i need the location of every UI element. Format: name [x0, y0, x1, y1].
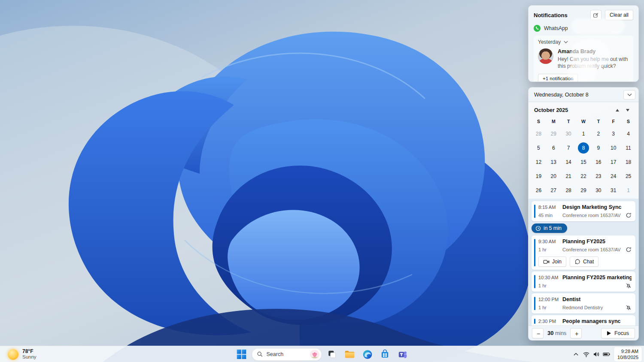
edge-browser-button[interactable] — [360, 347, 375, 361]
wifi-icon — [583, 351, 590, 358]
task-view-icon — [328, 350, 337, 359]
whatsapp-icon — [534, 25, 541, 32]
calendar-day[interactable]: 28 — [561, 183, 576, 197]
reminder-pill[interactable]: in 5 min — [532, 223, 567, 233]
windows-logo-icon — [237, 350, 246, 359]
calendar-day[interactable]: 4 — [621, 127, 636, 141]
event-location: Conference room 16537/AV — [562, 213, 623, 218]
desktop: Notifications Clear all WhatsApp Yesterd… — [0, 0, 644, 362]
calendar-day[interactable]: 3 — [606, 127, 621, 141]
calendar-day[interactable]: 30 — [561, 127, 576, 141]
calendar-day[interactable]: 30 — [591, 183, 606, 197]
calendar-day[interactable]: 27 — [546, 183, 561, 197]
edit-notifications-icon — [593, 12, 598, 18]
calendar-day[interactable]: 5 — [531, 141, 546, 155]
event-card[interactable]: 8:15 AMDesign Marketing Sync45 minConfer… — [532, 201, 635, 221]
calendar-day[interactable]: 29 — [576, 183, 591, 197]
event-accent-bar — [534, 319, 535, 324]
calendar-day-selected[interactable]: 8 — [576, 141, 591, 155]
focus-start-button[interactable]: Focus — [601, 328, 635, 338]
weather-widget[interactable]: 78°F Sunny — [4, 347, 40, 361]
event-action-chat-button[interactable]: Chat — [570, 256, 598, 267]
calendar-day[interactable]: 11 — [621, 141, 636, 155]
event-location: Redmond Dentistry — [562, 305, 623, 310]
calendar-day-header: F — [606, 116, 621, 127]
focus-increase-button[interactable]: + — [570, 328, 582, 338]
microsoft-store-button[interactable] — [378, 347, 392, 361]
event-title: People managers sync — [562, 318, 620, 324]
event-title: Design Marketing Sync — [562, 204, 622, 210]
highlight-blob — [572, 19, 624, 34]
notification-app-name: WhatsApp — [544, 25, 568, 31]
event-action-join-button[interactable]: Join — [538, 256, 566, 267]
calendar-day[interactable]: 10 — [606, 141, 621, 155]
weather-condition: Sunny — [22, 354, 36, 360]
start-button[interactable] — [234, 347, 249, 361]
event-list: 8:15 AMDesign Marketing Sync45 minConfer… — [529, 199, 638, 340]
repeat-icon-wrap — [626, 212, 632, 218]
notifications-title: Notifications — [534, 12, 568, 18]
calendar-day[interactable]: 7 — [561, 141, 576, 155]
calendar-day[interactable]: 23 — [591, 169, 606, 183]
calendar-day[interactable]: 14 — [561, 155, 576, 169]
hidden-icons-button[interactable] — [571, 348, 580, 361]
search-input[interactable]: Search — [252, 348, 322, 361]
calendar-day[interactable]: 16 — [591, 155, 606, 169]
repeat-icon — [626, 247, 632, 253]
calendar-day[interactable]: 24 — [606, 169, 621, 183]
event-title: Dentist — [562, 296, 580, 302]
calendar-next-month-button[interactable] — [623, 106, 633, 115]
chevron-up-icon — [573, 352, 579, 357]
focus-decrease-button[interactable]: − — [532, 328, 544, 338]
avatar — [538, 48, 553, 64]
event-time: 2:30 PM — [538, 319, 562, 324]
calendar-day[interactable]: 1 — [621, 183, 636, 197]
calendar-day[interactable]: 18 — [621, 155, 636, 169]
event-body: 2:30 PMPeople managers sync — [538, 318, 632, 324]
clock-date-button[interactable]: 9:28 AM 10/8/2025 — [614, 347, 642, 362]
event-duration: 1 hr — [538, 283, 562, 288]
event-card[interactable]: 9:30 AMPlanning FY20251 hrConference roo… — [532, 235, 635, 270]
calendar-day[interactable]: 13 — [546, 155, 561, 169]
calendar-month-section: October 2025 SMTWTFS28293012345678910111… — [529, 102, 638, 199]
bell-off-icon-wrap — [626, 283, 632, 289]
calendar-day[interactable]: 22 — [576, 169, 591, 183]
focus-duration-unit: mins — [555, 330, 566, 336]
calendar-day[interactable]: 21 — [561, 169, 576, 183]
calendar-day[interactable]: 12 — [531, 155, 546, 169]
event-card[interactable]: 12:00 PMDentist1 hrRedmond Dentistry — [532, 293, 635, 314]
event-accent-bar — [534, 205, 535, 218]
calendar-day[interactable]: 28 — [531, 127, 546, 141]
calendar-day[interactable]: 6 — [546, 141, 561, 155]
event-accent-bar — [534, 239, 535, 266]
calendar-day[interactable]: 20 — [546, 169, 561, 183]
calendar-day[interactable]: 26 — [531, 183, 546, 197]
wifi-button[interactable] — [581, 348, 591, 361]
search-icon — [257, 351, 263, 357]
event-body: 10:30 AMPlanning FY2025 marketing1 hr — [538, 275, 632, 289]
event-action-label: Join — [552, 259, 562, 265]
teams-button[interactable] — [395, 347, 410, 361]
calendar-day[interactable]: 1 — [576, 127, 591, 141]
calendar-prev-month-button[interactable] — [612, 106, 623, 115]
task-view-button[interactable] — [325, 347, 340, 361]
search-highlight-flower-icon — [310, 350, 320, 359]
file-explorer-button[interactable] — [343, 347, 357, 361]
calendar-day[interactable]: 19 — [531, 169, 546, 183]
event-card[interactable]: 10:30 AMPlanning FY2025 marketing1 hr — [532, 272, 635, 292]
calendar-month-title: October 2025 — [534, 107, 612, 113]
calendar-day[interactable]: 31 — [606, 183, 621, 197]
battery-button[interactable] — [602, 348, 611, 361]
volume-button[interactable] — [592, 348, 601, 361]
event-body: 12:00 PMDentist1 hrRedmond Dentistry — [538, 296, 632, 311]
calendar-day[interactable]: 29 — [546, 127, 561, 141]
calendar-day[interactable]: 9 — [591, 141, 606, 155]
calendar-day[interactable]: 25 — [621, 169, 636, 183]
calendar-collapse-button[interactable] — [623, 90, 635, 100]
calendar-day[interactable]: 15 — [576, 155, 591, 169]
calendar-day[interactable]: 2 — [591, 127, 606, 141]
system-tray: 9:28 AM 10/8/2025 — [571, 346, 642, 362]
calendar-day[interactable]: 17 — [606, 155, 621, 169]
highlight-blob — [568, 64, 596, 80]
event-time: 8:15 AM — [538, 205, 562, 210]
